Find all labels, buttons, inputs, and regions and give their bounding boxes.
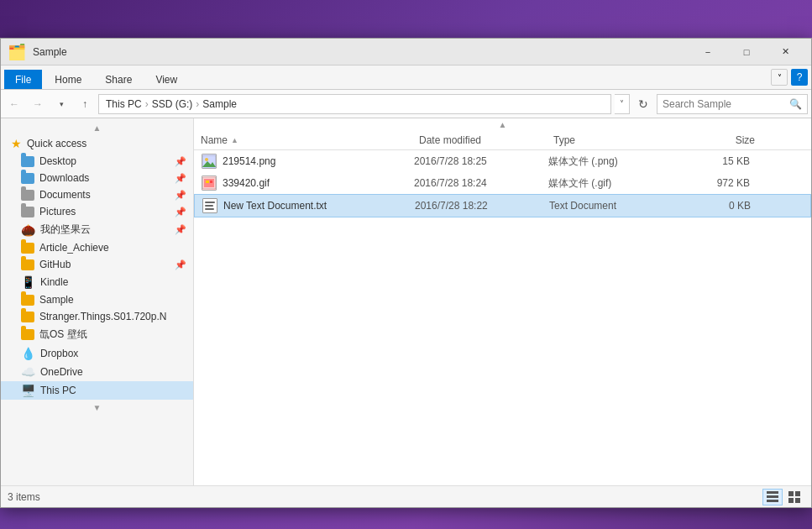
documents-label: Documents [39, 189, 91, 201]
file-name-cell-2: 339420.gif [201, 175, 414, 191]
file-date-3: 2016/7/28 18:22 [415, 200, 549, 212]
nios-label: 氙OS 壁纸 [39, 327, 87, 342]
sidebar-item-nutcloud[interactable]: 🌰 我的坚果云 📌 [1, 220, 193, 239]
stranger-folder-icon [21, 312, 34, 322]
sidebar-item-pictures[interactable]: Pictures 📌 [1, 203, 193, 220]
sidebar-item-kindle[interactable]: 📱 Kindle [1, 273, 193, 291]
details-view-icon [767, 491, 778, 503]
sidebar-item-desktop[interactable]: Desktop 📌 [1, 153, 193, 170]
desktop-folder-icon [21, 156, 34, 167]
file-list-header: Name ▲ Date modified Type Size [194, 131, 811, 150]
svg-rect-9 [767, 500, 778, 502]
ribbon-tabs: File Home Share View ˅ ? [1, 65, 811, 89]
sidebar-item-thispc[interactable]: 🖥️ This PC [1, 381, 193, 400]
filename-3: New Text Document.txt [223, 200, 327, 212]
search-box[interactable]: 🔍 [657, 94, 808, 114]
file-type-2: 媒体文件 (.gif) [548, 176, 683, 191]
addressbar: ← → ▾ ↑ This PC › SSD (G:) › Sample ˅ ↻ … [1, 90, 811, 118]
desktop-pin-icon: 📌 [175, 156, 186, 167]
address-dropdown[interactable]: ˅ [615, 94, 630, 114]
downloads-pin-icon: 📌 [175, 173, 186, 184]
refresh-button[interactable]: ↻ [633, 94, 653, 114]
file-size-1: 15 KB [683, 155, 750, 167]
ribbon-collapse-button[interactable]: ˅ [771, 69, 788, 86]
sidebar-item-stranger[interactable]: Stranger.Things.S01.720p.N [1, 308, 193, 325]
forward-button[interactable]: → [28, 94, 48, 114]
sidebar-scroll-down[interactable]: ▼ [1, 401, 193, 414]
maximize-button[interactable]: □ [727, 39, 766, 65]
downloads-folder-icon [21, 173, 34, 184]
tab-view[interactable]: View [144, 70, 188, 89]
file-content: ▲ Name ▲ Date modified Type Size [194, 118, 811, 485]
sidebar-scroll-up[interactable]: ▲ [1, 122, 193, 134]
path-sep2: › [196, 98, 199, 110]
search-input[interactable] [663, 98, 786, 110]
col-date-label: Date modified [419, 134, 553, 146]
close-button[interactable]: ✕ [766, 39, 804, 65]
downloads-label: Downloads [39, 172, 89, 184]
view-toggle [762, 489, 804, 505]
address-path[interactable]: This PC › SSD (G:) › Sample [98, 94, 611, 114]
tab-home[interactable]: Home [44, 70, 92, 89]
documents-folder-icon [21, 190, 34, 201]
desktop-label: Desktop [39, 155, 76, 167]
filename-2: 339420.gif [223, 177, 270, 189]
sidebar-item-documents[interactable]: Documents 📌 [1, 186, 193, 203]
statusbar: 3 items [1, 485, 811, 507]
dropbox-label: Dropbox [40, 348, 78, 359]
file-size-2: 972 KB [683, 177, 750, 189]
pictures-pin-icon: 📌 [175, 207, 186, 217]
explorer-window: 🗂️ Sample − □ ✕ File Home Share View ˅ [0, 38, 812, 508]
col-size-label: Size [688, 134, 755, 146]
article-label: Article_Achieve [39, 242, 109, 254]
minimize-button[interactable]: − [689, 39, 727, 65]
svg-rect-6 [210, 181, 212, 183]
help-button[interactable]: ? [791, 69, 808, 86]
sidebar-item-nios[interactable]: 氙OS 壁纸 [1, 325, 193, 344]
quick-access-label: Quick access [27, 138, 86, 149]
content-scroll-top[interactable]: ▲ [194, 118, 811, 131]
sidebar-header-quickaccess[interactable]: ★ Quick access [1, 134, 193, 153]
file-date-1: 2016/7/28 18:25 [414, 155, 548, 167]
table-row[interactable]: 219514.png 2016/7/28 18:25 媒体文件 (.png) 1… [194, 150, 811, 172]
title-bar: 🗂️ Sample − □ ✕ [1, 39, 811, 65]
recent-locations-button[interactable]: ▾ [51, 94, 71, 114]
nutcloud-pin-icon: 📌 [175, 224, 186, 235]
stranger-label: Stranger.Things.S01.720p.N [39, 311, 166, 322]
filename-1: 219514.png [223, 155, 275, 167]
tab-share[interactable]: Share [94, 70, 143, 89]
sidebar-item-github[interactable]: GitHub 📌 [1, 256, 193, 273]
up-button[interactable]: ↑ [75, 94, 95, 114]
github-folder-icon [21, 259, 34, 270]
tiles-view-button[interactable] [784, 489, 804, 505]
txt-file-icon [202, 198, 218, 213]
sample-folder-icon [21, 295, 34, 306]
col-type-label: Type [553, 134, 688, 146]
gif-icon [202, 175, 217, 191]
table-row[interactable]: 339420.gif 2016/7/28 18:24 媒体文件 (.gif) 9… [194, 172, 811, 194]
nios-folder-icon [21, 329, 34, 340]
file-type-1: 媒体文件 (.png) [548, 155, 683, 169]
sidebar-item-article[interactable]: Article_Achieve [1, 239, 193, 256]
sidebar-item-downloads[interactable]: Downloads 📌 [1, 170, 193, 186]
sidebar-item-onedrive[interactable]: ☁️ OneDrive [1, 363, 193, 381]
svg-rect-13 [795, 498, 800, 503]
sidebar-section-quickaccess: ★ Quick access Desktop 📌 Downloads 📌 Doc… [1, 134, 193, 400]
svg-rect-11 [795, 491, 800, 496]
title-icons: 🗂️ [8, 43, 26, 61]
svg-rect-7 [767, 491, 778, 494]
svg-rect-5 [206, 181, 209, 183]
table-row[interactable]: New Text Document.txt 2016/7/28 18:22 Te… [194, 194, 811, 217]
svg-rect-12 [788, 498, 794, 503]
col-name-label: Name [201, 134, 228, 146]
details-view-button[interactable] [762, 489, 783, 505]
png-file-icon [201, 154, 217, 169]
ribbon: File Home Share View ˅ ? [1, 65, 811, 90]
tab-file[interactable]: File [4, 70, 42, 89]
sidebar-item-sample[interactable]: Sample [1, 291, 193, 308]
kindle-label: Kindle [40, 276, 68, 288]
svg-rect-10 [788, 491, 794, 496]
back-button[interactable]: ← [4, 94, 24, 114]
sidebar-item-dropbox[interactable]: 💧 Dropbox [1, 344, 193, 363]
github-label: GitHub [39, 259, 71, 270]
